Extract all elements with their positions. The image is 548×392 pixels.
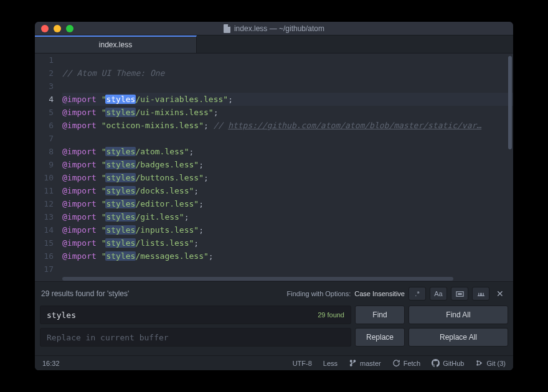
code-line[interactable]: @import "styles/buttons.less"; [62, 171, 513, 184]
replace-input-container [40, 328, 351, 347]
sync-icon [392, 359, 400, 367]
fetch-button[interactable]: Fetch [392, 359, 421, 367]
code-line[interactable]: @import "styles/docks.less"; [62, 184, 513, 197]
code-line[interactable] [62, 80, 513, 93]
code-line[interactable] [62, 54, 513, 67]
code-line[interactable]: @import "styles/badges.less"; [62, 158, 513, 171]
branch-name: master [360, 360, 381, 367]
whole-word-option-button[interactable] [472, 287, 489, 301]
find-input[interactable] [47, 310, 318, 320]
code-line[interactable] [62, 132, 513, 145]
fetch-label: Fetch [404, 360, 421, 367]
line-number-gutter: 1234567891011121314151617 [35, 54, 62, 281]
selection-only-option-button[interactable] [451, 287, 468, 301]
find-count-badge: 29 found [318, 311, 344, 319]
tab-index-less[interactable]: index.less [35, 35, 197, 53]
close-find-panel-button[interactable]: ✕ [493, 287, 507, 301]
line-number[interactable]: 17 [35, 263, 54, 276]
window-title: index.less — ~/github/atom [35, 24, 513, 33]
svg-rect-1 [458, 293, 462, 295]
line-number[interactable]: 8 [35, 145, 54, 158]
traffic-lights [35, 25, 73, 32]
close-window-button[interactable] [41, 25, 49, 32]
code-line[interactable]: @import "styles/atom.less"; [62, 145, 513, 158]
github-icon [432, 359, 440, 367]
case-sensitive-option-button[interactable]: Aa [430, 287, 447, 301]
code-line[interactable]: @import "styles/messages.less"; [62, 250, 513, 263]
line-number[interactable]: 9 [35, 158, 54, 171]
line-number[interactable]: 16 [35, 250, 54, 263]
text-editor[interactable]: 1234567891011121314151617 // Atom UI The… [35, 54, 513, 281]
grammar-selector[interactable]: Less [323, 360, 338, 367]
vertical-scrollbar[interactable] [508, 56, 512, 149]
selection-icon [456, 290, 464, 298]
minimize-window-button[interactable] [54, 25, 61, 32]
github-button[interactable]: GitHub [432, 359, 464, 367]
find-and-replace-panel: 29 results found for 'styles' Finding wi… [35, 281, 513, 355]
code-line[interactable]: @import "styles/lists.less"; [62, 236, 513, 250]
git-icon [475, 359, 483, 367]
code-line[interactable] [62, 263, 513, 276]
line-number[interactable]: 11 [35, 184, 54, 197]
tab-label: index.less [99, 40, 132, 49]
find-input-container: 29 found [40, 306, 351, 324]
line-number[interactable]: 1 [35, 54, 54, 67]
maximize-window-button[interactable] [66, 25, 73, 32]
code-line[interactable]: @import "styles/inputs.less"; [62, 223, 513, 236]
replace-all-button[interactable]: Replace All [409, 328, 508, 347]
line-number[interactable]: 10 [35, 171, 54, 184]
line-number[interactable]: 4 [35, 93, 54, 106]
encoding-selector[interactable]: UTF-8 [293, 360, 312, 367]
code-line[interactable]: @import "styles/editor.less"; [62, 197, 513, 210]
code-line[interactable]: @import "styles/ui-mixins.less"; [62, 106, 513, 119]
replace-button[interactable]: Replace [355, 328, 405, 347]
find-all-button[interactable]: Find All [409, 306, 508, 324]
git-branch[interactable]: master [349, 359, 381, 367]
cursor-position[interactable]: 16:32 [42, 360, 60, 367]
status-bar: 16:32 UTF-8 Less master Fetch GitHub Git… [35, 355, 513, 370]
find-options-label: Finding with Options: [287, 290, 351, 297]
find-results-summary: 29 results found for 'styles' [41, 289, 129, 298]
editor-window: index.less — ~/github/atom index.less 12… [35, 22, 513, 370]
line-number[interactable]: 2 [35, 67, 54, 80]
tab-bar: index.less [35, 35, 513, 54]
line-number[interactable]: 12 [35, 197, 54, 210]
find-options-value: Case Insensitive [354, 290, 405, 297]
file-icon [224, 24, 231, 33]
code-line[interactable]: @import "styles/ui-variables.less"; [62, 93, 513, 106]
git-button[interactable]: Git (3) [475, 359, 506, 367]
titlebar: index.less — ~/github/atom [35, 22, 513, 35]
horizontal-scrollbar-thumb[interactable] [62, 277, 453, 281]
code-line[interactable]: @import "octicon-mixins.less"; // https:… [62, 119, 513, 132]
git-label: Git (3) [486, 360, 506, 367]
whole-word-icon [477, 290, 485, 298]
replace-input[interactable] [47, 333, 344, 342]
line-number[interactable]: 14 [35, 223, 54, 236]
horizontal-scrollbar-track[interactable] [62, 276, 507, 281]
regex-option-button[interactable]: .* [409, 287, 426, 301]
line-number[interactable]: 6 [35, 119, 54, 132]
line-number[interactable]: 5 [35, 106, 54, 119]
find-button[interactable]: Find [355, 306, 405, 324]
branch-icon [349, 359, 357, 367]
line-number[interactable]: 15 [35, 236, 54, 250]
code-area[interactable]: // Atom UI Theme: One@import "styles/ui-… [62, 54, 513, 281]
line-number[interactable]: 3 [35, 80, 54, 93]
window-title-text: index.less — ~/github/atom [234, 24, 324, 33]
github-label: GitHub [443, 360, 464, 367]
code-line[interactable]: @import "styles/git.less"; [62, 210, 513, 223]
line-number[interactable]: 7 [35, 132, 54, 145]
code-line[interactable]: // Atom UI Theme: One [62, 67, 513, 80]
line-number[interactable]: 13 [35, 210, 54, 223]
